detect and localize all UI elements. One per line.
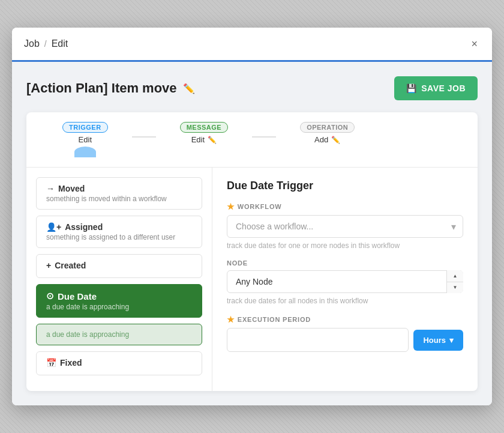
node-hint: track due dates for all nodes in this wo…	[227, 297, 463, 305]
modal-header: Job / Edit ×	[12, 28, 492, 62]
workflow-label: ★ WORKFLOW	[227, 202, 463, 211]
left-panel: → Moved something is moved within a work…	[26, 168, 212, 391]
tabs-row: TRIGGER Edit MESSAGE Edit ✏️	[26, 112, 478, 168]
execution-label: ★ EXECUTION PERIOD	[227, 315, 463, 324]
tab-trigger[interactable]: TRIGGER Edit	[38, 112, 132, 167]
trigger-assigned-desc: something is assigned to a different use…	[46, 233, 192, 241]
node-select-wrapper: Any Node ▲ ▼	[227, 270, 463, 293]
trigger-created-title: + Created	[46, 261, 192, 270]
tab-connector-2	[252, 136, 276, 138]
close-button[interactable]: ×	[469, 36, 480, 52]
save-job-button[interactable]: 💾 SAVE JOB	[394, 76, 478, 100]
title-edit-icon[interactable]: ✏️	[183, 83, 195, 94]
save-job-label: SAVE JOB	[421, 83, 466, 93]
workflow-hint: track due dates for one or more nodes in…	[227, 241, 463, 250]
job-title-group: [Action Plan] Item move ✏️	[26, 80, 195, 96]
trigger-fixed[interactable]: 📅 Fixed	[36, 351, 202, 375]
execution-input-area[interactable]	[227, 328, 409, 352]
created-icon: +	[46, 261, 51, 270]
due-date-icon: ⊙	[46, 291, 54, 301]
main-content: → Moved something is moved within a work…	[26, 168, 478, 391]
trigger-moved-title: → Moved	[46, 184, 192, 193]
breadcrumb-edit: Edit	[52, 38, 68, 49]
execution-period-row: Hours ▾	[227, 328, 463, 352]
save-icon: 💾	[406, 83, 417, 93]
trigger-badge: TRIGGER	[62, 122, 108, 133]
assigned-icon: 👤+	[46, 222, 61, 232]
message-badge: MESSAGE	[180, 122, 229, 133]
right-panel: Due Date Trigger ★ WORKFLOW Choose a wor…	[212, 168, 478, 391]
operation-tab-label: Add ✏️	[314, 135, 340, 144]
modal-body: [Action Plan] Item move ✏️ 💾 SAVE JOB TR…	[12, 62, 492, 405]
panel-title: Due Date Trigger	[227, 180, 463, 192]
title-row: [Action Plan] Item move ✏️ 💾 SAVE JOB	[26, 76, 478, 100]
hours-arrow-icon: ▾	[449, 336, 454, 345]
trigger-due-date-shadow-desc: a due date is approaching	[46, 330, 192, 339]
moved-icon: →	[46, 184, 55, 193]
tab-operation[interactable]: OPERATION Add ✏️	[276, 112, 379, 167]
fixed-icon: 📅	[46, 358, 56, 368]
workflow-select-wrapper: Choose a workflow... ▾	[227, 215, 463, 238]
trigger-due-date-desc: a due date is approaching	[46, 303, 192, 311]
modal-container: Job / Edit × [Action Plan] Item move ✏️ …	[12, 28, 492, 405]
job-title: [Action Plan] Item move	[26, 80, 177, 96]
node-spinner: ▲ ▼	[446, 270, 463, 293]
content-card: TRIGGER Edit MESSAGE Edit ✏️	[26, 112, 478, 391]
trigger-due-date-shadow: a due date is approaching	[36, 324, 202, 345]
operation-badge: OPERATION	[300, 122, 355, 133]
trigger-fixed-title: 📅 Fixed	[46, 358, 192, 368]
tab-message[interactable]: MESSAGE Edit ✏️	[156, 112, 253, 167]
message-tab-label: Edit ✏️	[191, 135, 217, 144]
trigger-assigned[interactable]: 👤+ Assigned something is assigned to a d…	[36, 216, 202, 248]
execution-required-star: ★	[227, 315, 235, 324]
breadcrumb-separator: /	[44, 39, 47, 49]
trigger-due-date-title: ⊙ Due Date	[46, 291, 192, 301]
node-select[interactable]: Any Node	[227, 270, 463, 293]
trigger-created[interactable]: + Created	[36, 254, 202, 278]
workflow-required-star: ★	[227, 202, 235, 211]
node-label: NODE	[227, 259, 463, 267]
workflow-select[interactable]: Choose a workflow...	[227, 215, 463, 238]
node-spinner-down[interactable]: ▼	[447, 282, 463, 294]
tab-connector-1	[132, 136, 156, 138]
breadcrumb: Job / Edit	[24, 38, 68, 49]
breadcrumb-job: Job	[24, 38, 40, 49]
message-edit-icon[interactable]: ✏️	[208, 136, 217, 144]
node-spinner-up[interactable]: ▲	[447, 270, 463, 282]
operation-edit-icon[interactable]: ✏️	[331, 136, 340, 144]
hours-button[interactable]: Hours ▾	[413, 330, 463, 351]
trigger-moved[interactable]: → Moved something is moved within a work…	[36, 177, 202, 210]
trigger-circle	[74, 147, 96, 157]
trigger-tab-label: Edit	[79, 135, 92, 144]
trigger-assigned-title: 👤+ Assigned	[46, 222, 192, 232]
trigger-moved-desc: something is moved within a workflow	[46, 195, 192, 203]
trigger-due-date[interactable]: ⊙ Due Date a due date is approaching	[36, 284, 202, 318]
